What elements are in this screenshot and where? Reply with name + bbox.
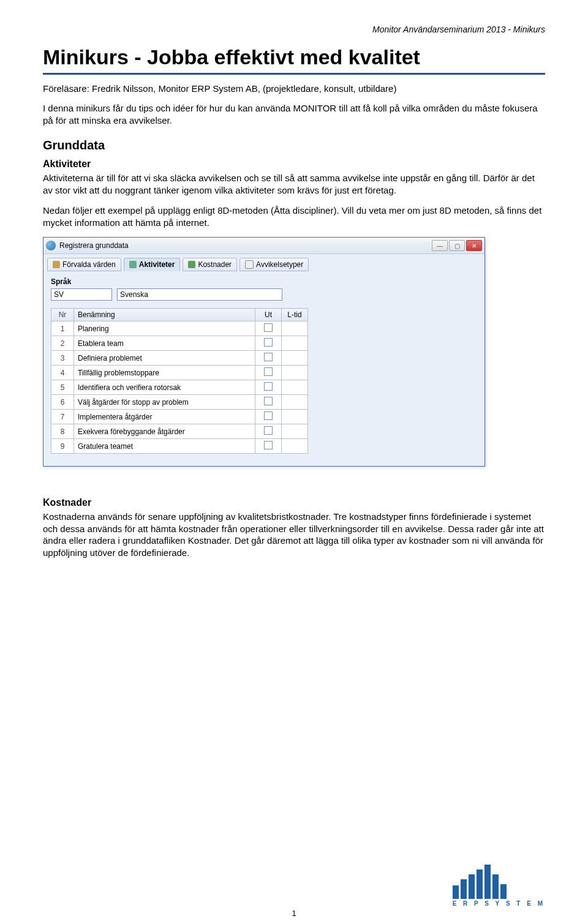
cell-benamning: Etablera team — [74, 336, 255, 351]
lecturer-line: Föreläsare: Fredrik Nilsson, Monitor ERP… — [43, 83, 545, 94]
page-number: 1 — [0, 909, 588, 918]
section-grunddata: Grunddata — [43, 138, 545, 152]
cell-ut[interactable] — [255, 366, 282, 380]
cell-nr: 4 — [51, 366, 74, 380]
cell-benamning: Definiera problemet — [74, 351, 255, 366]
grunddata-window: Registrera grunddata — ▢ ✕ Förvalda värd… — [43, 237, 485, 467]
table-row[interactable]: 1Planering — [51, 321, 308, 336]
cell-benamning: Exekvera förebyggande åtgärder — [74, 424, 255, 439]
cell-benamning: Identifiera och verifiera rotorsak — [74, 380, 255, 395]
cell-ltid — [282, 380, 308, 395]
page-footer: E R P S Y S T E M 1 — [0, 909, 588, 918]
page-title: Minikurs - Jobba effektivt med kvalitet — [43, 45, 545, 69]
cell-nr: 5 — [51, 380, 74, 395]
cell-nr: 6 — [51, 395, 74, 410]
checkbox-icon[interactable] — [264, 426, 273, 435]
checkbox-icon[interactable] — [264, 338, 273, 347]
cell-nr: 9 — [51, 439, 74, 454]
cell-benamning: Planering — [74, 321, 255, 336]
cell-nr: 8 — [51, 424, 74, 439]
tab-aktiviteter[interactable]: Aktiviteter — [124, 258, 181, 271]
aktiviteter-p1: Aktiviteterna är till för att vi ska slä… — [43, 172, 545, 196]
page-header-right: Monitor Användarseminarium 2013 - Miniku… — [43, 24, 545, 34]
tab-icon — [53, 261, 60, 268]
lang-text-input[interactable] — [117, 288, 282, 301]
lang-code-input[interactable] — [51, 288, 112, 301]
tab-icon — [245, 260, 254, 269]
table-row[interactable]: 7Implementera åtgärder — [51, 410, 308, 424]
cell-ltid — [282, 366, 308, 380]
subsection-aktiviteter: Aktiviteter — [43, 159, 545, 170]
cell-nr: 1 — [51, 321, 74, 336]
cell-ut[interactable] — [255, 410, 282, 424]
cell-benamning: Implementera åtgärder — [74, 410, 255, 424]
minimize-button[interactable]: — — [432, 240, 448, 251]
cell-benamning: Gratulera teamet — [74, 439, 255, 454]
checkbox-icon[interactable] — [264, 382, 273, 391]
cell-ltid — [282, 321, 308, 336]
table-row[interactable]: 6Välj åtgärder för stopp av problem — [51, 395, 308, 410]
logo-text: E R P S Y S T E M — [453, 900, 545, 907]
cell-ltid — [282, 395, 308, 410]
cell-ltid — [282, 336, 308, 351]
table-row[interactable]: 5Identifiera och verifiera rotorsak — [51, 380, 308, 395]
cell-ut[interactable] — [255, 321, 282, 336]
table-row[interactable]: 4Tillfällig problemstoppare — [51, 366, 308, 380]
col-ltid[interactable]: L-tid — [282, 309, 308, 321]
tab-label: Avvikelsetyper — [256, 260, 303, 269]
app-icon — [46, 241, 56, 250]
cell-ut[interactable] — [255, 336, 282, 351]
col-benamning[interactable]: Benämning — [74, 309, 255, 321]
cell-ut[interactable] — [255, 351, 282, 366]
cell-ut[interactable] — [255, 395, 282, 410]
cell-nr: 7 — [51, 410, 74, 424]
tab-icon — [129, 261, 137, 268]
table-row[interactable]: 3Definiera problemet — [51, 351, 308, 366]
cell-ltid — [282, 424, 308, 439]
cell-ltid — [282, 439, 308, 454]
window-titlebar: Registrera grunddata — ▢ ✕ — [43, 238, 484, 254]
activities-table: Nr Benämning Ut L-tid 1Planering2Etabler… — [51, 308, 308, 454]
tab-pane: Språk Nr Benämning Ut L-tid 1Planering2E… — [43, 271, 484, 466]
tab-forvalda-varden[interactable]: Förvalda värden — [47, 258, 121, 271]
cell-ltid — [282, 351, 308, 366]
cell-benamning: Välj åtgärder för stopp av problem — [74, 395, 255, 410]
tab-icon — [188, 261, 195, 268]
tab-label: Förvalda värden — [62, 260, 116, 269]
checkbox-icon[interactable] — [264, 353, 273, 361]
subsection-kostnader: Kostnader — [43, 497, 545, 508]
cell-nr: 3 — [51, 351, 74, 366]
table-row[interactable]: 2Etablera team — [51, 336, 308, 351]
title-rule — [43, 73, 545, 75]
monitor-logo: E R P S Y S T E M — [453, 865, 545, 907]
tabbar: Förvalda värden Aktiviteter Kostnader Av… — [43, 254, 484, 271]
checkbox-icon[interactable] — [264, 367, 273, 376]
cell-ut[interactable] — [255, 439, 282, 454]
checkbox-icon[interactable] — [264, 411, 273, 420]
tab-label: Kostnader — [198, 260, 232, 269]
close-button[interactable]: ✕ — [466, 240, 482, 251]
maximize-button[interactable]: ▢ — [449, 240, 465, 251]
table-row[interactable]: 9Gratulera teamet — [51, 439, 308, 454]
table-row[interactable]: 8Exekvera förebyggande åtgärder — [51, 424, 308, 439]
tab-label: Aktiviteter — [139, 260, 175, 269]
checkbox-icon[interactable] — [264, 397, 273, 405]
cell-ltid — [282, 410, 308, 424]
col-ut[interactable]: Ut — [255, 309, 282, 321]
window-title: Registrera grunddata — [59, 241, 129, 250]
aktiviteter-p2: Nedan följer ett exempel på upplägg enli… — [43, 205, 545, 228]
cell-nr: 2 — [51, 336, 74, 351]
checkbox-icon[interactable] — [264, 323, 273, 332]
col-nr[interactable]: Nr — [51, 309, 74, 321]
cell-benamning: Tillfällig problemstoppare — [74, 366, 255, 380]
lang-label: Språk — [51, 277, 477, 286]
tab-avvikelsetyper[interactable]: Avvikelsetyper — [239, 258, 309, 271]
kostnader-p: Kostnaderna används för senare uppföljni… — [43, 511, 545, 558]
checkbox-icon[interactable] — [264, 441, 273, 449]
cell-ut[interactable] — [255, 424, 282, 439]
tab-kostnader[interactable]: Kostnader — [183, 258, 237, 271]
cell-ut[interactable] — [255, 380, 282, 395]
intro-paragraph: I denna minikurs får du tips och idéer f… — [43, 102, 545, 126]
